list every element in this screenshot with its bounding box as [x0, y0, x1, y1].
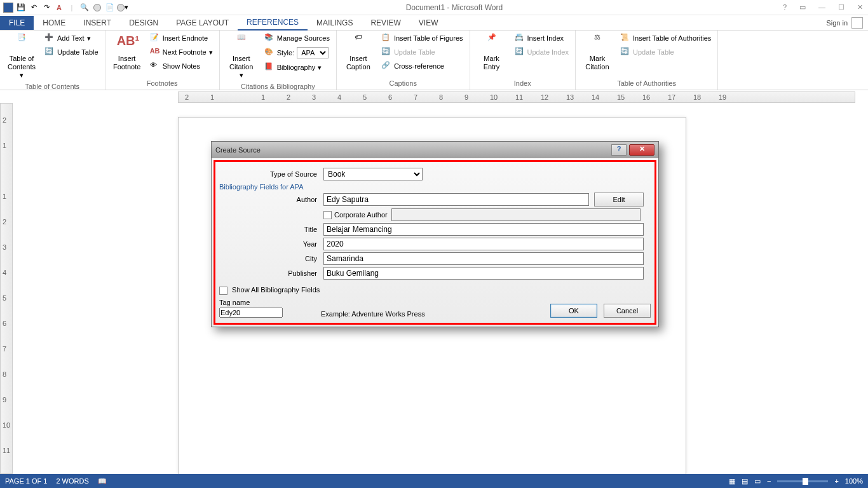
insert-caption-button[interactable]: 🏷Insert Caption	[341, 32, 376, 72]
style-label: Style:	[277, 49, 295, 57]
minimize-icon[interactable]: —	[816, 3, 828, 11]
dialog-close-button[interactable]: ✕	[629, 144, 654, 156]
group-toa: Table of Authorities	[580, 78, 714, 88]
create-source-dialog: Create Source ? ✕ Type of Source Book Bi…	[211, 141, 659, 327]
circle1-icon[interactable]	[92, 2, 103, 13]
signin-link[interactable]: Sign in	[826, 19, 848, 27]
toc-label: Table of Contents	[5, 55, 38, 71]
publisher-input[interactable]	[323, 267, 644, 280]
show-notes-button[interactable]: 👁Show Notes	[147, 60, 215, 72]
update-toa-button[interactable]: 🔄Update Table	[618, 46, 714, 58]
tab-home[interactable]: HOME	[34, 16, 74, 30]
ok-button[interactable]: OK	[550, 304, 597, 318]
year-input[interactable]	[323, 238, 644, 250]
vertical-ruler[interactable]: 211234567891011	[0, 103, 13, 474]
group-index: Index	[474, 78, 571, 88]
showall-checkbox[interactable]	[219, 287, 227, 295]
doc-icon[interactable]: 📄	[104, 2, 116, 13]
cancel-button[interactable]: Cancel	[604, 304, 651, 318]
maximize-icon[interactable]: ☐	[836, 3, 847, 11]
toc-button[interactable]: 📑Table of Contents▾	[4, 32, 39, 81]
idx-label: Mark Entry	[475, 55, 508, 71]
zoom-value[interactable]: 100%	[845, 477, 863, 485]
manage-sources-button[interactable]: 📚Manage Sources	[262, 32, 332, 44]
cross-reference-button[interactable]: 🔗Cross-reference	[379, 60, 466, 72]
zoom-in-button[interactable]: +	[834, 477, 838, 485]
proofing-icon[interactable]: 📖	[98, 477, 107, 485]
title-label: Title	[219, 226, 323, 233]
author-label: Author	[219, 196, 323, 203]
city-input[interactable]	[323, 252, 644, 265]
status-page[interactable]: PAGE 1 OF 1	[5, 477, 47, 485]
tab-insert[interactable]: INSERT	[74, 16, 120, 30]
view-read-icon[interactable]: ▤	[742, 477, 748, 485]
update-tof-button[interactable]: 🔄Update Table	[379, 46, 466, 58]
type-select[interactable]: Book	[323, 168, 423, 180]
insert-footnote-button[interactable]: AB¹Insert Footnote	[109, 32, 145, 72]
tab-file[interactable]: FILE	[0, 16, 34, 30]
type-label: Type of Source	[219, 170, 323, 178]
view-print-icon[interactable]: ▦	[729, 477, 735, 485]
fn-label: Insert Footnote	[111, 55, 144, 71]
font-icon[interactable]: A	[53, 2, 65, 13]
tag-input[interactable]	[219, 308, 283, 318]
tab-view[interactable]: VIEW	[410, 16, 447, 30]
undo-icon[interactable]: ↶	[28, 2, 39, 13]
sep-icon: |	[66, 2, 78, 13]
close-icon[interactable]: ✕	[855, 3, 865, 11]
edit-author-button[interactable]: Edit	[594, 193, 644, 207]
update-toc-button[interactable]: 🔄Update Table	[42, 46, 101, 58]
horizontal-ruler[interactable]: 2112345678910111213141516171819	[178, 92, 855, 103]
add-text-button[interactable]: ➕Add Text▾	[42, 32, 101, 44]
corporate-input	[391, 208, 641, 221]
tab-references[interactable]: REFERENCES	[238, 15, 308, 30]
tab-mailings[interactable]: MAILINGS	[308, 16, 362, 30]
save-icon[interactable]: 💾	[15, 2, 27, 13]
preview-icon[interactable]: 🔍	[79, 2, 90, 13]
corporate-checkbox[interactable]	[323, 211, 332, 219]
group-captions: Captions	[341, 78, 466, 88]
section-label: Bibliography Fields for APA	[219, 183, 651, 191]
cit-label: Insert Citation	[225, 55, 258, 71]
title-input[interactable]	[323, 223, 644, 236]
zoom-slider[interactable]	[777, 480, 828, 482]
cap-label: Insert Caption	[342, 55, 375, 71]
corporate-label: Corporate Author	[334, 211, 388, 219]
next-footnote-button[interactable]: ABNext Footnote▾	[147, 46, 215, 58]
toa-label: Mark Citation	[581, 55, 614, 71]
insert-toa-button[interactable]: 📜Insert Table of Authorities	[618, 32, 714, 44]
ribbon-options-icon[interactable]: ▭	[797, 3, 808, 11]
tab-review[interactable]: REVIEW	[362, 16, 409, 30]
dialog-help-button[interactable]: ?	[611, 144, 627, 156]
update-index-button[interactable]: 🔄Update Index	[512, 46, 571, 58]
tab-design[interactable]: DESIGN	[120, 16, 167, 30]
dialog-title: Create Source	[215, 146, 611, 154]
year-label: Year	[219, 240, 323, 248]
style-select[interactable]: APA	[297, 47, 329, 58]
tag-label: Tag name	[219, 299, 283, 306]
bibliography-button[interactable]: 📕Bibliography▾	[262, 61, 332, 74]
mark-citation-button[interactable]: ⚖Mark Citation	[580, 32, 615, 72]
style-row: 🎨Style: APA	[262, 46, 332, 60]
author-input[interactable]	[323, 193, 589, 206]
insert-tof-button[interactable]: 📋Insert Table of Figures	[379, 32, 466, 44]
insert-endnote-button[interactable]: 📝Insert Endnote	[147, 32, 215, 44]
insert-citation-button[interactable]: 📖Insert Citation▾	[224, 32, 259, 81]
help-icon[interactable]: ?	[780, 3, 789, 11]
avatar-icon[interactable]	[851, 17, 863, 29]
view-web-icon[interactable]: ▭	[754, 477, 761, 485]
showall-label: Show All Bibliography Fields	[232, 286, 320, 294]
insert-index-button[interactable]: 📇Insert Index	[512, 32, 571, 44]
group-citations: Citations & Bibliography	[224, 81, 332, 92]
circle2-icon[interactable]: ▾	[117, 2, 128, 13]
publisher-label: Publisher	[219, 269, 323, 277]
city-label: City	[219, 255, 323, 262]
status-words[interactable]: 2 WORDS	[56, 477, 88, 485]
example-text: Example: Adventure Works Press	[321, 310, 425, 318]
word-icon[interactable]	[3, 2, 14, 13]
zoom-out-button[interactable]: −	[767, 477, 771, 485]
group-footnotes: Footnotes	[109, 78, 215, 88]
mark-entry-button[interactable]: 📌Mark Entry	[474, 32, 510, 72]
redo-icon[interactable]: ↷	[41, 2, 52, 13]
tab-page-layout[interactable]: PAGE LAYOUT	[167, 16, 238, 30]
